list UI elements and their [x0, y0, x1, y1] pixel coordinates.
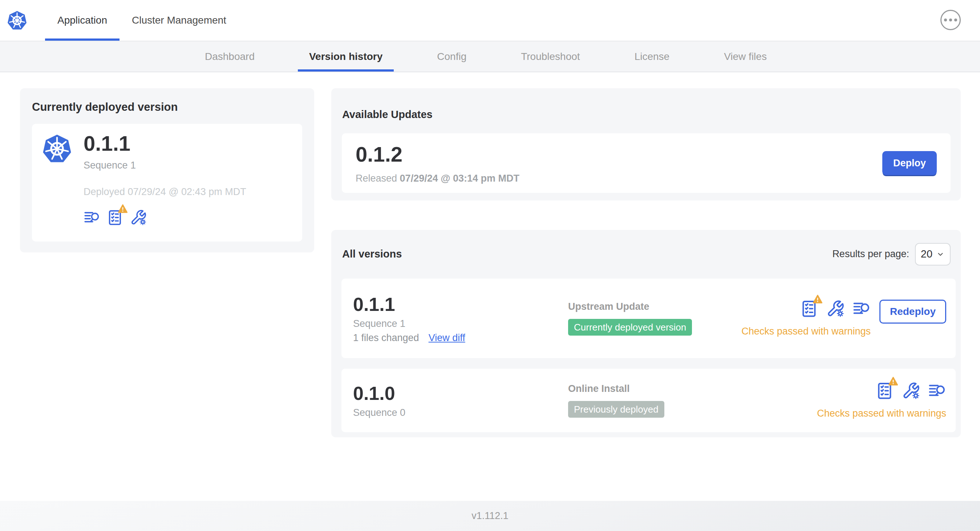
available-updates-title: Available Updates	[342, 109, 433, 121]
preflight-checks-icon[interactable]	[876, 382, 894, 400]
app-footer: v1.112.1	[0, 501, 980, 531]
row-version-label: 0.1.1	[353, 294, 568, 315]
results-per-page-value: 20	[921, 248, 932, 260]
version-row: 0.1.1 Sequence 1 1 files changed View di…	[341, 278, 956, 358]
status-badge-previously-deployed: Previously deployed	[568, 401, 664, 418]
deployed-actions	[84, 209, 246, 226]
all-versions-title: All versions	[342, 248, 402, 260]
deploy-button[interactable]: Deploy	[882, 151, 937, 175]
view-logs-icon[interactable]	[84, 209, 100, 226]
update-row: 0.1.2 Released 07/29/24 @ 03:14 pm MDT D…	[342, 133, 951, 193]
row-source-label: Upstream Update	[568, 301, 741, 312]
more-options-button[interactable]	[940, 10, 961, 30]
tab-troubleshoot[interactable]: Troubleshoot	[494, 41, 607, 72]
results-per-page-select[interactable]: 20	[915, 243, 951, 266]
chevron-down-icon	[936, 250, 945, 259]
console-version: v1.112.1	[471, 510, 509, 521]
row-sequence: Sequence 1	[353, 318, 568, 329]
wrench-config-icon[interactable]	[826, 300, 845, 318]
view-logs-icon[interactable]	[928, 382, 946, 400]
view-diff-link[interactable]: View diff	[429, 332, 465, 343]
version-row: 0.1.0 Sequence 0 Online Install Previous…	[341, 369, 956, 432]
deployed-version-label: 0.1.1	[84, 132, 246, 156]
tab-config[interactable]: Config	[410, 41, 494, 72]
deployed-version-panel: 0.1.1 Sequence 1 Deployed 07/29/24 @ 02:…	[32, 124, 302, 242]
row-actions	[800, 300, 871, 318]
ellipsis-icon	[944, 19, 947, 21]
warning-triangle-icon	[117, 204, 128, 214]
top-nav: Application Cluster Management	[45, 0, 980, 41]
app-subnav: Dashboard Version history Config Trouble…	[0, 41, 980, 72]
preflight-status-text: Checks passed with warnings	[817, 408, 946, 419]
top-header: Application Cluster Management	[0, 0, 980, 41]
tab-version-history[interactable]: Version history	[282, 41, 410, 72]
app-root: Application Cluster Management Dashboard…	[0, 0, 980, 531]
currently-deployed-card: Currently deployed version 0.1.1 Sequenc…	[20, 88, 314, 253]
wrench-config-icon[interactable]	[902, 382, 920, 400]
update-released-date: 07/29/24 @ 03:14 pm MDT	[400, 173, 519, 184]
row-version-label: 0.1.0	[353, 382, 568, 404]
row-sequence: Sequence 0	[353, 407, 568, 418]
tab-dashboard[interactable]: Dashboard	[178, 41, 282, 72]
preflight-checks-icon[interactable]	[800, 300, 818, 318]
all-versions-card: All versions Results per page: 20 0.1.1 …	[331, 230, 961, 437]
update-version-label: 0.1.2	[356, 142, 519, 166]
available-updates-card: Available Updates 0.1.2 Released 07/29/2…	[331, 88, 961, 200]
wrench-config-icon[interactable]	[130, 209, 147, 226]
tab-cluster-management[interactable]: Cluster Management	[119, 0, 239, 41]
warning-triangle-icon	[812, 294, 823, 304]
row-actions	[876, 382, 946, 400]
row-source-label: Online Install	[568, 383, 817, 394]
kubernetes-logo-icon	[6, 10, 28, 31]
tab-view-files[interactable]: View files	[697, 41, 794, 72]
status-badge-currently-deployed: Currently deployed version	[568, 319, 692, 336]
deployed-sequence: Sequence 1	[84, 160, 246, 171]
redeploy-button[interactable]: Redeploy	[880, 300, 946, 324]
results-per-page-label: Results per page:	[832, 248, 909, 260]
view-logs-icon[interactable]	[853, 300, 871, 318]
warning-triangle-icon	[888, 376, 899, 386]
app-icon-kubernetes	[41, 133, 73, 165]
update-released-line: Released 07/29/24 @ 03:14 pm MDT	[356, 173, 519, 184]
currently-deployed-title: Currently deployed version	[32, 100, 302, 114]
preflight-checks-icon[interactable]	[107, 209, 124, 226]
preflight-status-text: Checks passed with warnings	[741, 326, 871, 337]
deployed-timestamp: Deployed 07/29/24 @ 02:43 pm MDT	[84, 186, 246, 197]
tab-license[interactable]: License	[607, 41, 697, 72]
tab-application[interactable]: Application	[45, 0, 119, 41]
files-changed-label: 1 files changed	[353, 332, 419, 343]
